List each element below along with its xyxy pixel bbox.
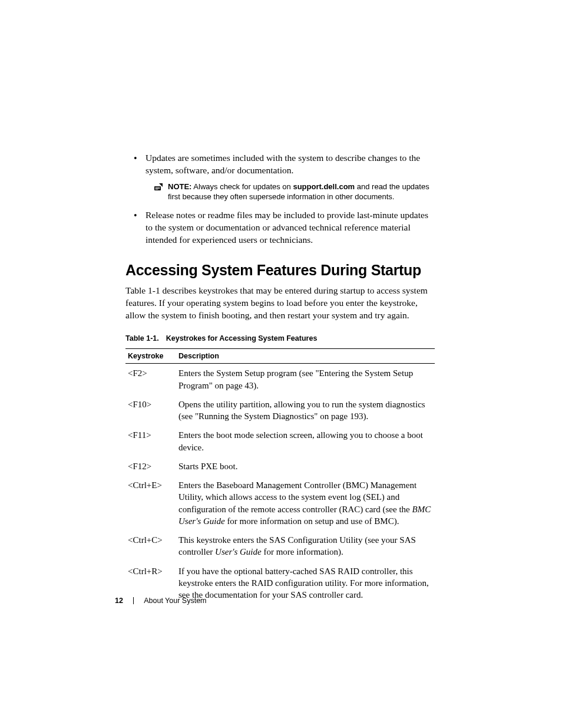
note-pre: Always check for updates on bbox=[191, 182, 293, 191]
cell-description: Enters the Baseboard Management Controll… bbox=[176, 476, 435, 531]
table-caption-title: Keystrokes for Accessing System Features bbox=[166, 334, 318, 342]
cell-keystroke: <F10> bbox=[125, 395, 176, 426]
note-icon bbox=[154, 182, 168, 202]
table-row: <F11> Enters the boot mode selection scr… bbox=[125, 426, 435, 457]
table-caption-label: Table 1-1. bbox=[125, 334, 159, 342]
table-header-description: Description bbox=[176, 349, 435, 364]
cell-keystroke: <F2> bbox=[125, 364, 176, 395]
table-header-row: Keystroke Description bbox=[125, 349, 435, 364]
cell-description: Starts PXE boot. bbox=[176, 457, 435, 476]
svg-rect-1 bbox=[156, 187, 160, 187]
bullet-item: Release notes or readme files may be inc… bbox=[137, 209, 435, 246]
cell-description: If you have the optional battery-cached … bbox=[176, 562, 435, 605]
desc-post: for more information). bbox=[262, 547, 343, 556]
page-footer: 12 About Your System bbox=[115, 597, 207, 605]
table-row: <F2> Enters the System Setup program (se… bbox=[125, 364, 435, 395]
svg-rect-3 bbox=[156, 189, 158, 190]
cell-keystroke: <Ctrl+C> bbox=[125, 531, 176, 562]
footer-section: About Your System bbox=[144, 597, 206, 605]
cell-description: Opens the utility partition, allowing yo… bbox=[176, 395, 435, 426]
cell-description: This keystroke enters the SAS Configurat… bbox=[176, 531, 435, 562]
cell-keystroke: <F12> bbox=[125, 457, 176, 476]
desc-post: for more information on setup and use of… bbox=[225, 516, 399, 526]
cell-keystroke: <Ctrl+E> bbox=[125, 476, 176, 531]
cell-description: Enters the System Setup program (see "En… bbox=[176, 364, 435, 395]
table-row: <Ctrl+C> This keystroke enters the SAS C… bbox=[125, 531, 435, 562]
keystroke-table: Keystroke Description <F2> Enters the Sy… bbox=[125, 348, 435, 604]
page-number: 12 bbox=[115, 597, 123, 605]
bullet-text: Release notes or readme files may be inc… bbox=[146, 210, 428, 245]
desc-pre: Enters the Baseboard Management Controll… bbox=[178, 480, 416, 514]
note-block: NOTE: Always check for updates on suppor… bbox=[154, 182, 435, 202]
footer-separator bbox=[133, 597, 134, 604]
table-row: <F10> Opens the utility partition, allow… bbox=[125, 395, 435, 426]
svg-rect-2 bbox=[156, 188, 160, 189]
note-text: NOTE: Always check for updates on suppor… bbox=[168, 182, 435, 202]
note-label: NOTE: bbox=[168, 182, 191, 191]
bullet-item: Updates are sometimes included with the … bbox=[137, 152, 435, 202]
bullet-list: Updates are sometimes included with the … bbox=[125, 152, 435, 246]
bullet-text: Updates are sometimes included with the … bbox=[146, 153, 420, 175]
table-row: <F12> Starts PXE boot. bbox=[125, 457, 435, 476]
intro-paragraph: Table 1-1 describes keystrokes that may … bbox=[125, 285, 435, 322]
table-caption: Table 1-1.Keystrokes for Accessing Syste… bbox=[125, 334, 435, 342]
cell-description: Enters the boot mode selection screen, a… bbox=[176, 426, 435, 457]
desc-italic: User's Guide bbox=[215, 547, 262, 556]
page-content: Updates are sometimes included with the … bbox=[125, 152, 435, 604]
section-heading: Accessing System Features During Startup bbox=[125, 262, 435, 279]
table-header-keystroke: Keystroke bbox=[125, 349, 176, 364]
cell-keystroke: <F11> bbox=[125, 426, 176, 457]
table-row: <Ctrl+E> Enters the Baseboard Management… bbox=[125, 476, 435, 531]
note-link: support.dell.com bbox=[293, 182, 355, 191]
